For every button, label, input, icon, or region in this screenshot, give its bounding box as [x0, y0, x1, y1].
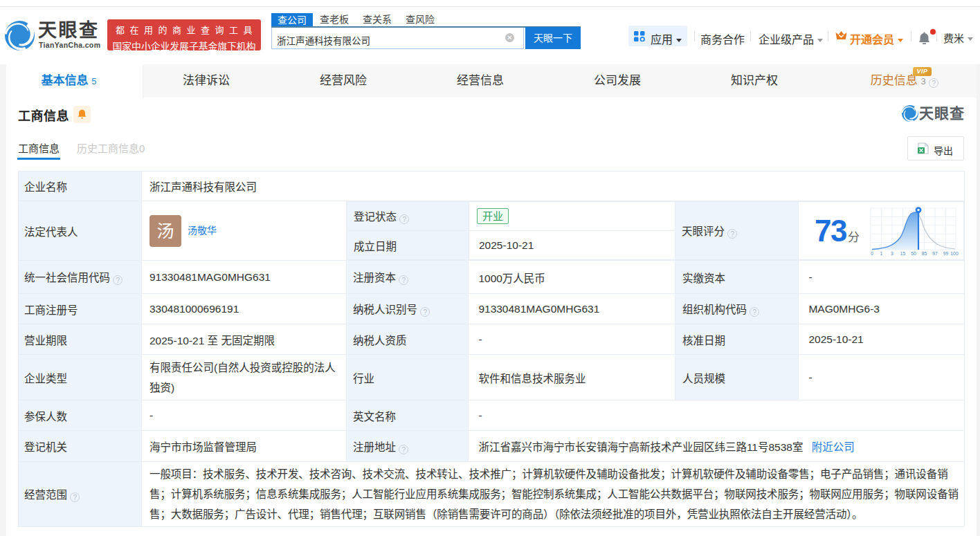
svg-text:1: 1 — [880, 251, 883, 256]
svg-text:100: 100 — [950, 251, 959, 256]
svg-text:85: 85 — [922, 251, 927, 256]
svg-text:97: 97 — [932, 251, 938, 256]
svg-text:0: 0 — [871, 251, 873, 256]
svg-text:50: 50 — [911, 251, 916, 256]
svg-text:15: 15 — [900, 251, 906, 256]
svg-text:99: 99 — [943, 251, 949, 256]
svg-text:3: 3 — [891, 251, 893, 256]
